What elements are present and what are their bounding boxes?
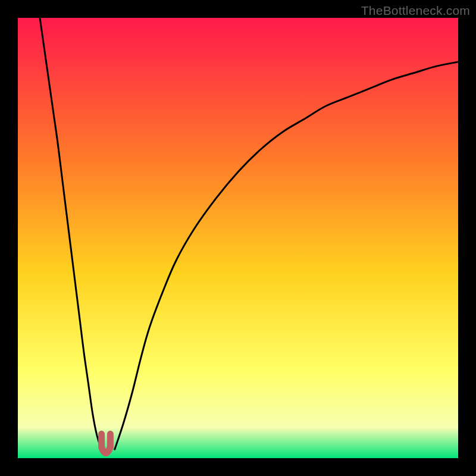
watermark-text: TheBottleneck.com (361, 4, 470, 18)
chart-frame: TheBottleneck.com (0, 0, 476, 476)
gradient-background (18, 18, 458, 458)
plot-area (18, 18, 458, 458)
plot-svg (18, 18, 458, 458)
